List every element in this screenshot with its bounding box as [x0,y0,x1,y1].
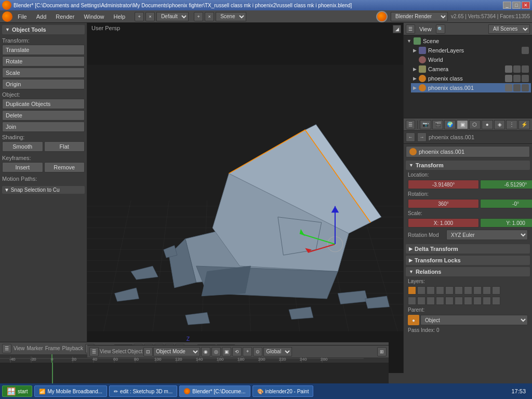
scene-icon-plus[interactable]: + [194,12,203,21]
vp-object-label[interactable]: Object [127,349,142,354]
layer-14[interactable] [436,297,444,305]
layer-8[interactable] [473,286,482,295]
props-object-icon[interactable]: ▣ [457,120,468,129]
viewport-corner-button[interactable]: ◢ [393,25,401,33]
timeline-menu-icon[interactable]: ☰ [2,344,11,353]
outliner-item-phoenix-class-001[interactable]: ▶ phoenix class.001 [411,83,531,92]
parent-type-select[interactable]: Object [420,315,528,325]
scene-select[interactable]: Scene [216,12,246,21]
taskbar-item-0[interactable]: 📶 My Mobile Broadband... [34,385,107,397]
vp-select-label[interactable]: Select [112,349,127,354]
outliner-scenes-select[interactable]: All Scenes [488,24,530,34]
wireframe-view-icon[interactable]: ◎ [211,347,221,356]
props-texture-icon[interactable]: ◈ [494,120,506,129]
transform-tool-icon[interactable]: ⟲ [232,347,242,356]
props-particles-icon[interactable]: ⋮ [506,120,517,129]
global-select[interactable]: Global [263,347,292,356]
camera-vis-3[interactable] [522,65,529,73]
timeline-body[interactable]: -40 -20 0 20 40 60 80 100 120 140 160 18… [0,354,389,383]
outliner-item-world[interactable]: ▶ World [411,55,531,64]
layer-11[interactable] [408,297,416,305]
props-material-icon[interactable]: ● [482,120,493,129]
location-y[interactable] [480,180,532,189]
mode-icon[interactable]: ⊡ [143,347,153,356]
props-world-icon[interactable]: 🌍 [444,120,456,129]
scene-icon-x[interactable]: × [205,12,214,21]
layer-20[interactable] [492,297,500,305]
phoenix-vis-1[interactable] [505,75,512,82]
outliner-view-label[interactable]: View [417,26,434,32]
phoenix-vis-2[interactable] [513,75,521,82]
object-name-field[interactable]: phoenix class.001 [406,146,530,157]
render-engine-select[interactable]: Blender Render [391,12,448,21]
outliner-item-phoenix-class[interactable]: ▶ phoenix class [411,74,531,83]
scale-x[interactable] [408,218,479,228]
smooth-button[interactable]: Smooth [2,141,43,152]
layout-select[interactable]: Default [156,12,189,21]
vp-view-label[interactable]: View [100,349,111,354]
layer-1[interactable] [408,286,416,295]
layer-6[interactable] [455,286,463,295]
snap-icon[interactable]: ⌖ [243,347,252,356]
origin-button[interactable]: Origin [2,79,85,89]
layout-icon-plus[interactable]: + [135,12,144,21]
props-render-icon[interactable]: 📷 [420,120,431,129]
timeline-frame-label[interactable]: Frame [45,345,60,351]
overlay-icon[interactable]: ⊞ [377,347,387,356]
phoenix-vis-3[interactable] [522,75,529,82]
menu-window[interactable]: Window [79,12,108,21]
taskbar-item-3[interactable]: 🎨 inblender20 - Paint [252,385,314,397]
join-button[interactable]: Join [2,122,85,132]
layer-10[interactable] [492,286,500,295]
vis-icon-1[interactable] [522,47,529,54]
layer-18[interactable] [473,297,482,305]
outliner-menu-icon[interactable]: ☰ [406,24,415,34]
mode-select[interactable]: Object Mode [153,347,200,356]
outliner-item-renderlayers[interactable]: ▶ RenderLayers [411,46,531,55]
location-x[interactable] [408,180,479,189]
outliner-search-icon[interactable]: 🔍 [436,24,445,34]
layer-7[interactable] [464,286,472,295]
props-mesh-icon[interactable]: ⬡ [469,120,481,129]
layer-17[interactable] [464,297,472,305]
transform-section-header[interactable]: Transform [406,161,530,170]
start-button[interactable]: 🪟 start [2,385,32,397]
textured-view-icon[interactable]: ▣ [222,347,231,356]
menu-add[interactable]: Add [32,12,51,21]
layout-icon-x[interactable]: × [145,12,155,21]
insert-button[interactable]: Insert [2,162,43,172]
timeline-marker-label[interactable]: Marker [27,345,43,351]
viewport[interactable]: User Persp [87,23,403,373]
layer-15[interactable] [445,297,454,305]
props-physics-icon[interactable]: ⚡ [518,120,530,129]
snap-selection-button[interactable]: ▼ Snap Selection to Cu [2,186,85,194]
delete-button[interactable]: Delete [2,110,85,121]
duplicate-button[interactable]: Duplicate Objects [2,99,85,109]
props-back-icon[interactable]: ← [406,132,415,142]
rotation-mod-select[interactable]: XYZ Euler [446,230,528,240]
scale-y[interactable] [480,218,532,228]
remove-button[interactable]: Remove [44,162,85,172]
outliner[interactable]: ▼ Scene ▶ RenderLayers ▶ World ▶ [404,35,532,118]
layer-16[interactable] [455,297,463,305]
phoenix-001-vis-2[interactable] [513,84,521,91]
scale-button[interactable]: Scale [2,68,85,78]
flat-button[interactable]: Flat [44,141,85,152]
delta-transform-header[interactable]: Delta Transform [406,244,530,254]
timeline-view-label[interactable]: View [14,345,25,351]
phoenix-001-vis-3[interactable] [522,84,529,91]
close-button[interactable]: ✕ [522,2,530,9]
layer-12[interactable] [417,297,425,305]
layer-13[interactable] [427,297,435,305]
taskbar-item-2[interactable]: Blender* [C:\Docume... [179,385,250,397]
props-menu-icon[interactable]: ☰ [406,120,415,129]
menu-file[interactable]: File [14,12,31,21]
phoenix-001-vis-1[interactable] [505,84,512,91]
vp-menu-icon[interactable]: ☰ [89,347,99,356]
layer-9[interactable] [483,286,491,295]
taskbar-item-1[interactable]: ✏ edit : Sketchup 3D m... [109,385,177,397]
maximize-button[interactable]: □ [512,2,521,9]
camera-vis-1[interactable] [505,65,512,73]
props-scene-icon[interactable]: 🎬 [432,120,444,129]
translate-button[interactable]: Translate [2,45,85,55]
